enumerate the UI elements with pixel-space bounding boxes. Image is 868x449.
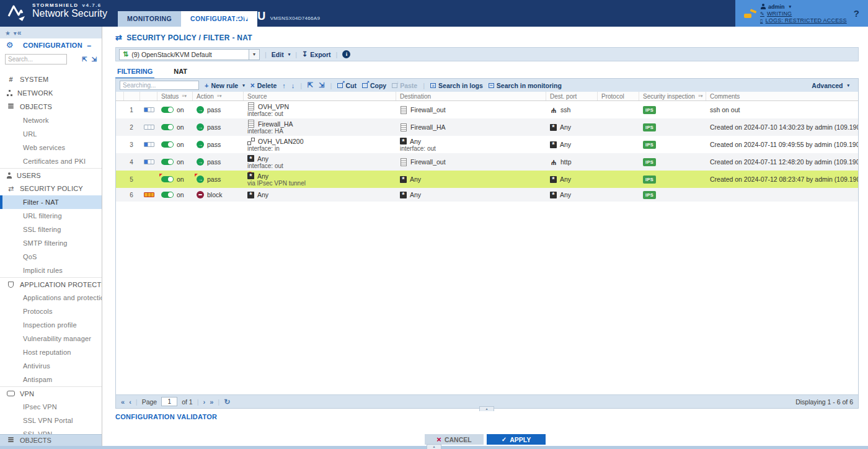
sidebar-item-inspection-profile[interactable]: Inspection profile: [0, 318, 102, 332]
first-page-button[interactable]: [121, 398, 125, 406]
tab-monitoring[interactable]: MONITORING: [118, 11, 181, 27]
status-toggle-icon[interactable]: [161, 176, 174, 182]
sidebar-item-ssl-filtering[interactable]: SSL filtering: [0, 223, 102, 236]
rule-dest-port[interactable]: ssh: [546, 101, 598, 118]
collapse-all-icon[interactable]: [82, 56, 87, 63]
rule-action[interactable]: pass: [193, 101, 244, 118]
sidebar-item-host-reputation[interactable]: Host reputation: [0, 345, 102, 359]
status-toggle-icon[interactable]: [161, 107, 174, 113]
expand-rows-icon[interactable]: [319, 81, 324, 89]
rule-inspection[interactable]: IPS: [639, 118, 706, 136]
previous-page-button[interactable]: [129, 398, 131, 406]
rule-protocol[interactable]: [598, 136, 639, 153]
status-toggle-icon[interactable]: [161, 141, 174, 148]
rule-action[interactable]: pass: [193, 171, 244, 188]
apply-button[interactable]: APPLY: [487, 434, 546, 445]
column-protocol[interactable]: Protocol: [598, 92, 639, 100]
rule-protocol[interactable]: [598, 101, 639, 118]
paste-button[interactable]: Paste: [392, 82, 417, 89]
rule-destination[interactable]: Any: [396, 171, 546, 188]
sidebar-section-objects[interactable]: OBJECTS: [0, 100, 102, 113]
rule-status[interactable]: on: [157, 171, 193, 188]
rule-source[interactable]: OVH_VLAN200interface: in: [244, 136, 396, 153]
tab-nat[interactable]: NAT: [172, 66, 189, 79]
sidebar-search-input[interactable]: [5, 54, 67, 64]
panel-collapse-handle[interactable]: [479, 406, 494, 411]
sidebar-item-antispam[interactable]: Antispam: [0, 373, 102, 386]
rule-comments[interactable]: Created on 2024-07-10 14:30:23 by admin …: [706, 118, 858, 136]
rule-action[interactable]: pass: [193, 153, 244, 171]
sidebar-item-ipsec-vpn[interactable]: IPsec VPN: [0, 400, 102, 414]
sidebar-item-url-filtering[interactable]: URL filtering: [0, 209, 102, 223]
rule-comments[interactable]: ssh on out: [706, 101, 858, 118]
export-button[interactable]: Export: [302, 50, 330, 58]
sidebar-item-implicit-rules[interactable]: Implicit rules: [0, 264, 102, 277]
rule-action[interactable]: block: [193, 188, 244, 202]
sidebar-section-application-protection[interactable]: APPLICATION PROTECTION: [0, 277, 102, 291]
filter-rule-row-6[interactable]: 6 on block Any Any Any IPS: [116, 188, 858, 202]
writing-mode-link[interactable]: WRITING: [760, 11, 847, 17]
collapse-rows-icon[interactable]: [308, 81, 313, 89]
rule-dest-port[interactable]: http: [546, 153, 598, 171]
rule-protocol[interactable]: [598, 118, 639, 136]
rule-comments[interactable]: Created on 2024-07-11 09:49:55 by admin …: [706, 136, 858, 153]
rule-destination[interactable]: Firewall_out: [396, 153, 546, 171]
filter-rule-row-5-selected[interactable]: 5 on pass Anyvia IPsec VPN tunnel Any An…: [116, 171, 858, 188]
sidebar-item-network[interactable]: Network: [0, 113, 102, 127]
sidebar-item-ssl-vpn[interactable]: SSL VPN: [0, 427, 102, 434]
search-in-logs-button[interactable]: Search in logs: [430, 82, 483, 89]
sort-icon[interactable]: [698, 94, 703, 99]
rule-source[interactable]: Anyvia IPsec VPN tunnel: [244, 171, 396, 188]
collapse-sidebar-icon[interactable]: [17, 29, 22, 37]
rules-search-input[interactable]: [120, 81, 199, 90]
rule-destination[interactable]: Firewall_HA: [396, 118, 546, 136]
help-icon[interactable]: ?: [854, 8, 859, 19]
status-toggle-icon[interactable]: [161, 124, 174, 130]
rule-action[interactable]: pass: [193, 136, 244, 153]
info-icon[interactable]: [342, 50, 350, 58]
rule-comments[interactable]: Created on 2024-07-11 12:48:20 by admin …: [706, 153, 858, 171]
sidebar-section-system[interactable]: SYSTEM: [0, 73, 102, 86]
rule-protocol[interactable]: [598, 188, 639, 202]
sidebar-item-url[interactable]: URL: [0, 127, 102, 141]
rule-status[interactable]: on: [157, 101, 193, 118]
sidebar-item-protocols[interactable]: Protocols: [0, 305, 102, 318]
status-toggle-icon[interactable]: [161, 192, 174, 198]
filter-rule-row-2[interactable]: 2 on pass Firewall_HAinterface: HA Firew…: [116, 118, 858, 136]
favorites-star-icon[interactable]: [5, 29, 17, 37]
cancel-button[interactable]: CANCEL: [425, 434, 484, 445]
rule-source[interactable]: OVH_VPNinterface: out: [244, 101, 396, 118]
rule-comments[interactable]: Created on 2024-07-12 08:23:47 by admin …: [706, 171, 858, 188]
column-action[interactable]: Action: [193, 92, 244, 100]
sidebar-item-smtp-filtering[interactable]: SMTP filtering: [0, 236, 102, 250]
advanced-button[interactable]: Advanced: [812, 82, 849, 89]
rule-inspection[interactable]: IPS: [639, 153, 706, 171]
filter-rule-row-1[interactable]: 1 on pass OVH_VPNinterface: out Firewall…: [116, 101, 858, 118]
sidebar-item-certificates-pki[interactable]: Certificates and PKI: [0, 154, 102, 168]
policy-dropdown-arrow[interactable]: [249, 50, 259, 60]
sidebar-item-web-services[interactable]: Web services: [0, 141, 102, 154]
rule-protocol[interactable]: [598, 153, 639, 171]
rule-source[interactable]: Anyinterface: out: [244, 153, 396, 171]
sidebar-section-vpn[interactable]: VPN: [0, 386, 102, 400]
page-number-input[interactable]: [161, 397, 177, 406]
rule-destination[interactable]: Any: [396, 188, 546, 202]
configuration-validator-link[interactable]: CONFIGURATION VALIDATOR: [115, 413, 217, 420]
rule-inspection[interactable]: IPS: [639, 171, 706, 188]
rule-status[interactable]: on: [157, 188, 193, 202]
expand-all-icon[interactable]: [92, 56, 97, 63]
next-page-button[interactable]: [203, 398, 206, 406]
move-up-icon[interactable]: [282, 82, 286, 89]
sort-icon[interactable]: [182, 94, 187, 99]
cut-button[interactable]: Cut: [337, 82, 356, 89]
rule-status[interactable]: on: [157, 136, 193, 153]
rule-source[interactable]: Any: [244, 188, 396, 202]
status-toggle-icon[interactable]: [161, 159, 174, 165]
sidebar-item-ssl-vpn-portal[interactable]: SSL VPN Portal: [0, 414, 102, 427]
copy-button[interactable]: Copy: [362, 82, 386, 89]
policy-selector[interactable]: (9) OpenStack/KVM Default: [119, 49, 260, 60]
filter-rule-row-3[interactable]: 3 on pass OVH_VLAN200interface: in Anyin…: [116, 136, 858, 153]
sidebar-item-filter-nat[interactable]: Filter - NAT: [0, 195, 102, 209]
excavator-icon[interactable]: [744, 9, 756, 18]
logs-access-link[interactable]: LOGS: RESTRICTED ACCESS: [760, 17, 847, 24]
